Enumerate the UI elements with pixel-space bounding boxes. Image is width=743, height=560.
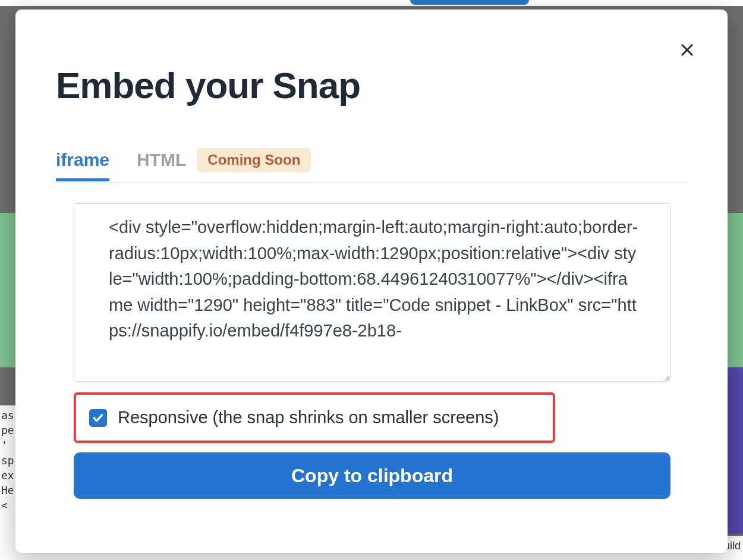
embed-modal: Embed your Snap iframe HTML Coming Soon … <box>15 10 728 553</box>
responsive-checkbox[interactable] <box>89 409 107 427</box>
bg-fragment <box>0 0 743 6</box>
bg-fragment <box>726 213 743 367</box>
responsive-checkbox-label: Responsive (the snap shrinks on smaller … <box>118 408 499 427</box>
tab-html[interactable]: HTML <box>137 150 186 170</box>
copy-to-clipboard-button[interactable]: Copy to clipboard <box>74 452 670 499</box>
checkmark-icon <box>92 412 104 424</box>
modal-title: Embed your Snap <box>56 64 687 106</box>
coming-soon-badge: Coming Soon <box>197 148 311 172</box>
close-icon <box>679 42 695 58</box>
tabs-container: iframe HTML Coming Soon <box>56 148 687 183</box>
bg-fragment <box>0 213 17 367</box>
embed-code-textarea[interactable]: <div style="overflow:hidden;margin-left:… <box>74 203 670 382</box>
tab-html-wrap: HTML Coming Soon <box>137 148 311 183</box>
close-button[interactable] <box>675 38 699 62</box>
tab-iframe[interactable]: iframe <box>56 150 109 181</box>
responsive-option-row: Responsive (the snap shrinks on smaller … <box>74 392 555 443</box>
bg-fragment <box>726 367 743 534</box>
bg-fragment <box>410 0 529 5</box>
